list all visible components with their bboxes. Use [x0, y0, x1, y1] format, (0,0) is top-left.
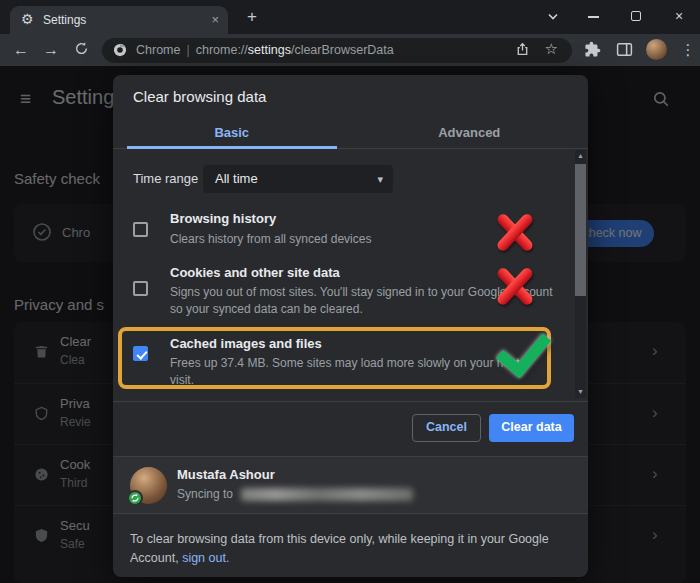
clear-data-button[interactable]: Clear data	[489, 414, 574, 442]
reload-button[interactable]	[68, 34, 94, 66]
dialog-footer-text: To clear browsing data from this device …	[130, 530, 578, 568]
tab-settings[interactable]: ⚙ Settings ×	[10, 6, 228, 34]
red-x-annotation	[492, 209, 536, 253]
browser-menu-icon[interactable]: ⋮	[678, 34, 698, 66]
redacted-email	[241, 488, 413, 501]
profile-avatar[interactable]	[646, 39, 667, 60]
side-panel-icon[interactable]	[616, 41, 633, 58]
tab-search-chevron-icon[interactable]	[538, 0, 568, 33]
tab-title: Settings	[43, 13, 86, 27]
sign-out-link[interactable]: sign out.	[182, 551, 229, 565]
dialog-tabs: Basic Advanced	[113, 119, 588, 149]
sync-badge-icon	[127, 490, 143, 506]
new-tab-button[interactable]: +	[240, 5, 264, 29]
back-button[interactable]: ←	[8, 34, 34, 66]
url-text: Chrome|chrome://settings/clearBrowserDat…	[136, 43, 394, 57]
settings-gear-icon: ⚙	[21, 11, 34, 27]
tab-basic[interactable]: Basic	[113, 119, 351, 148]
tab-advanced[interactable]: Advanced	[351, 119, 589, 148]
row-title-cookies: Cookies and other site data	[170, 265, 340, 280]
scroll-up-arrow[interactable]: ▲	[575, 150, 586, 162]
maximize-button[interactable]	[621, 0, 651, 33]
account-sync-status: Syncing to	[177, 487, 413, 501]
tab-strip: ⚙ Settings × + ×	[0, 0, 700, 34]
browser-window: ⚙ Settings × + × ← → Chrome|chrome://set…	[0, 0, 700, 583]
chrome-logo-icon	[113, 43, 127, 57]
address-bar[interactable]: Chrome|chrome://settings/clearBrowserDat…	[102, 38, 572, 63]
green-check-annotation	[498, 323, 550, 375]
minimize-button[interactable]	[578, 0, 608, 33]
extensions-icon[interactable]	[584, 41, 601, 58]
row-title-browsing-history: Browsing history	[170, 211, 276, 226]
cancel-button[interactable]: Cancel	[412, 414, 481, 442]
clear-browsing-data-dialog: Clear browsing data Basic Advanced Time …	[113, 75, 588, 577]
time-range-label: Time range	[133, 165, 198, 193]
share-icon[interactable]	[515, 42, 530, 57]
dialog-scrollbar: ▲ ▼	[575, 150, 586, 398]
browser-toolbar: ← → Chrome|chrome://settings/clearBrowse…	[0, 34, 700, 66]
account-avatar	[130, 467, 167, 504]
account-row: Mustafa Ashour Syncing to	[113, 456, 588, 514]
tab-close-icon[interactable]: ×	[211, 12, 219, 27]
red-x-annotation	[492, 263, 536, 307]
time-range-select[interactable]: All time ▾	[203, 165, 393, 193]
window-close-button[interactable]: ×	[664, 0, 694, 33]
time-range-value: All time	[215, 171, 258, 186]
highlight-annotation	[118, 327, 551, 389]
scrollbar-thumb[interactable]	[575, 164, 586, 296]
forward-button[interactable]: →	[38, 34, 64, 66]
dialog-title: Clear browsing data	[133, 88, 266, 105]
caret-down-icon: ▾	[377, 165, 383, 193]
scroll-down-arrow[interactable]: ▼	[575, 386, 586, 398]
checkbox-browsing-history[interactable]	[133, 222, 148, 237]
divider	[113, 401, 588, 402]
bookmark-star-icon[interactable]: ☆	[545, 40, 558, 58]
checkbox-cookies[interactable]	[133, 281, 148, 296]
account-name: Mustafa Ashour	[177, 467, 275, 482]
